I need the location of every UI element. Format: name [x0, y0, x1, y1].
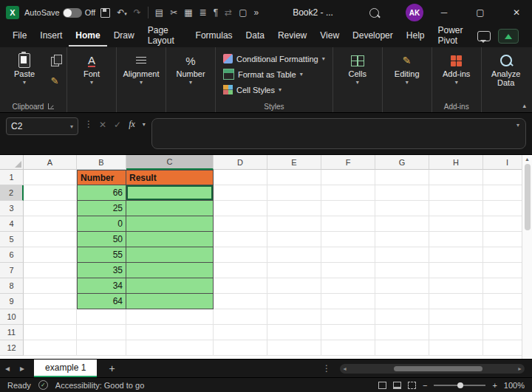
cell[interactable]: [24, 340, 77, 356]
addins-button[interactable]: Add-ins ▾: [437, 50, 477, 86]
drag-handle-icon[interactable]: ⋮: [84, 119, 93, 129]
cell[interactable]: 55: [77, 247, 126, 263]
cell[interactable]: [267, 278, 321, 294]
cell[interactable]: [267, 232, 321, 247]
cell[interactable]: 64: [77, 294, 126, 309]
search-icon[interactable]: [369, 8, 379, 18]
cell[interactable]: [429, 170, 483, 185]
cell[interactable]: [375, 216, 429, 232]
cell[interactable]: [77, 325, 126, 340]
zoom-out-icon[interactable]: −: [423, 381, 427, 390]
row-header[interactable]: 4: [0, 216, 24, 232]
cell[interactable]: [429, 185, 483, 201]
tab-insert[interactable]: Insert: [33, 26, 69, 47]
page-break-view-icon[interactable]: [408, 382, 416, 389]
column-header[interactable]: G: [375, 155, 429, 170]
cell[interactable]: [375, 201, 429, 216]
cell[interactable]: 50: [77, 232, 126, 247]
cell[interactable]: [429, 263, 483, 278]
add-sheet-icon[interactable]: +: [109, 362, 115, 374]
prev-sheet-icon[interactable]: ◂: [0, 363, 15, 374]
cell[interactable]: [375, 278, 429, 294]
cell[interactable]: [375, 232, 429, 247]
copy-button[interactable]: [47, 55, 62, 68]
cell[interactable]: [24, 185, 77, 201]
cell[interactable]: [126, 278, 214, 294]
horizontal-scroll-thumb[interactable]: [394, 366, 482, 371]
zoom-slider-knob[interactable]: [457, 382, 463, 388]
cell[interactable]: [429, 201, 483, 216]
cell[interactable]: [429, 216, 483, 232]
comments-icon[interactable]: [477, 31, 491, 41]
cell[interactable]: [267, 247, 321, 263]
cell[interactable]: [77, 309, 126, 325]
cell[interactable]: [375, 170, 429, 185]
cell[interactable]: [77, 340, 126, 356]
next-sheet-icon[interactable]: ▸: [15, 363, 30, 374]
cell[interactable]: [321, 232, 375, 247]
enter-icon[interactable]: ✓: [114, 120, 121, 130]
column-header[interactable]: A: [24, 155, 77, 170]
cell-styles-button[interactable]: Cell Styles ▾: [220, 83, 328, 96]
number-menu-button[interactable]: % Number ▾: [171, 50, 211, 86]
cell[interactable]: [24, 232, 77, 247]
cell[interactable]: [126, 216, 214, 232]
row-header[interactable]: 7: [0, 263, 24, 278]
insert-function-icon[interactable]: fx: [129, 119, 135, 130]
cell[interactable]: [429, 232, 483, 247]
paste-button[interactable]: Paste ▾: [4, 50, 44, 86]
scroll-right-icon[interactable]: ►: [517, 366, 522, 371]
cell[interactable]: 66: [77, 185, 126, 201]
alignment-menu-button[interactable]: Alignment ▾: [121, 50, 161, 86]
cell[interactable]: [429, 278, 483, 294]
tab-home[interactable]: Home: [69, 26, 106, 47]
tab-view[interactable]: View: [313, 26, 346, 47]
scroll-up-icon[interactable]: ▲: [525, 157, 530, 162]
cell[interactable]: [24, 325, 77, 340]
cell[interactable]: [214, 201, 267, 216]
column-header[interactable]: E: [267, 155, 321, 170]
cell[interactable]: [126, 263, 214, 278]
tab-review[interactable]: Review: [271, 26, 313, 47]
cell[interactable]: 25: [77, 201, 126, 216]
cell[interactable]: [321, 216, 375, 232]
new-file-icon[interactable]: ▢: [239, 7, 247, 18]
cell[interactable]: [321, 340, 375, 356]
cell[interactable]: [126, 325, 214, 340]
cell[interactable]: [267, 340, 321, 356]
expand-formula-bar-icon[interactable]: ▾: [516, 122, 519, 128]
cut-icon[interactable]: ✂: [170, 7, 177, 18]
cell[interactable]: [214, 325, 267, 340]
excel-logo-icon[interactable]: X: [6, 6, 19, 19]
page-layout-view-icon[interactable]: [393, 382, 401, 389]
tab-help[interactable]: Help: [400, 26, 432, 47]
sort-icon[interactable]: ≣: [200, 7, 207, 18]
row-header[interactable]: 2: [0, 185, 24, 201]
cell[interactable]: [321, 309, 375, 325]
formula-input[interactable]: ▾: [151, 118, 526, 149]
cell[interactable]: [214, 294, 267, 309]
cell[interactable]: [24, 201, 77, 216]
cell[interactable]: [375, 247, 429, 263]
cell[interactable]: [214, 216, 267, 232]
name-box[interactable]: C2 ▾: [6, 117, 78, 135]
row-header[interactable]: 1: [0, 170, 24, 185]
tab-formulas[interactable]: Formulas: [189, 26, 239, 47]
cell[interactable]: [214, 232, 267, 247]
cell[interactable]: [375, 294, 429, 309]
cell[interactable]: [267, 263, 321, 278]
column-header[interactable]: B: [77, 155, 126, 170]
cell[interactable]: [126, 247, 214, 263]
zoom-level[interactable]: 100%: [504, 381, 525, 390]
cell[interactable]: [267, 170, 321, 185]
column-header[interactable]: H: [429, 155, 483, 170]
row-header[interactable]: 10: [0, 309, 24, 325]
cell[interactable]: [214, 278, 267, 294]
sheet-tab[interactable]: example 1: [34, 360, 97, 377]
accessibility-icon[interactable]: ✓: [38, 380, 48, 390]
tab-data[interactable]: Data: [239, 26, 271, 47]
close-button[interactable]: ✕: [501, 0, 532, 25]
cell[interactable]: [429, 340, 483, 356]
format-as-table-button[interactable]: Format as Table ▾: [220, 67, 328, 81]
cell[interactable]: [429, 294, 483, 309]
